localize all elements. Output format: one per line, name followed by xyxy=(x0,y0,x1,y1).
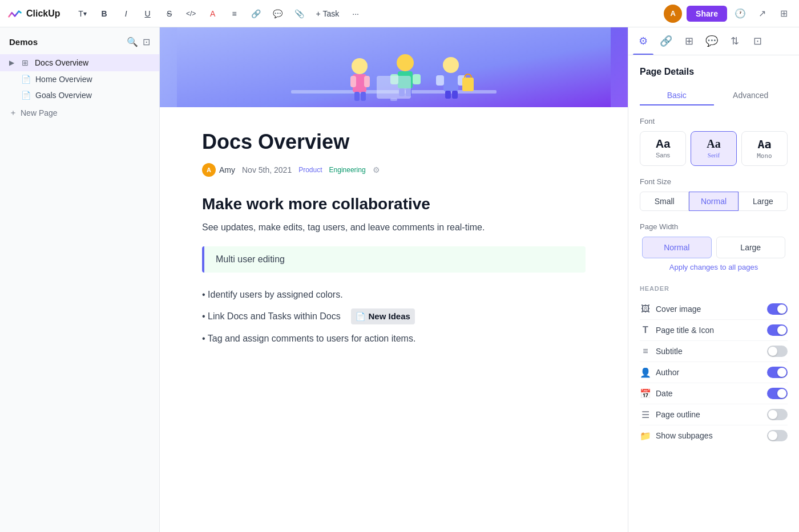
svg-rect-7 xyxy=(361,92,366,101)
font-label: Font xyxy=(640,117,788,125)
export-button[interactable]: ↗ xyxy=(753,5,770,22)
sidebar-item-goals-overview[interactable]: 📄 Goals Overview xyxy=(0,87,159,103)
plus-icon: ＋ xyxy=(9,108,17,118)
font-serif[interactable]: Aa Serif xyxy=(691,131,737,166)
toolbar: ClickUp T ▾ B I U S </> A ≡ 🔗 💬 📎 + Task… xyxy=(0,0,799,27)
font-sans-label: Sans xyxy=(645,152,681,159)
sidebar: Demos 🔍 ⊡ ▶ ⊞ Docs Overview 📄 Home Overv… xyxy=(0,27,160,532)
author-icon: 👤 xyxy=(640,367,651,378)
cover-image-toggle[interactable] xyxy=(767,303,788,315)
header-section-label: HEADER xyxy=(640,285,788,292)
svg-rect-18 xyxy=(445,91,451,99)
font-mono-aa: Aa xyxy=(746,137,782,151)
panel-content: Page Details Basic Advanced Font Aa Sans… xyxy=(628,55,799,457)
chevron-icon: ▶ xyxy=(9,59,14,67)
settings-tab-icon[interactable]: ⚙ xyxy=(633,27,653,55)
author-info: A Amy xyxy=(202,163,235,177)
width-large[interactable]: Large xyxy=(716,237,786,258)
sidebar-item-home-overview[interactable]: 📄 Home Overview xyxy=(0,71,159,87)
date-toggle[interactable] xyxy=(767,388,788,399)
cover-image-label: Cover image xyxy=(656,304,701,314)
grid-tab-icon[interactable]: ⊞ xyxy=(679,27,699,55)
search-button[interactable]: 🔍 xyxy=(127,36,138,47)
size-large[interactable]: Large xyxy=(739,192,788,211)
sidebar-header: Demos 🔍 ⊡ xyxy=(0,34,159,54)
svg-rect-22 xyxy=(390,98,397,101)
text-format-button[interactable]: T ▾ xyxy=(74,5,91,22)
user-avatar[interactable]: A xyxy=(664,5,682,23)
code-button[interactable]: </> xyxy=(183,5,200,22)
tag-engineering[interactable]: Engineering xyxy=(329,166,366,174)
underline-button[interactable]: U xyxy=(139,5,156,22)
font-mono[interactable]: Aa Mono xyxy=(741,131,788,166)
author-toggle[interactable] xyxy=(767,367,788,378)
bullet-list: Identify users by assigned colors. Link … xyxy=(202,284,586,350)
sort-tab-icon[interactable]: ⇅ xyxy=(724,27,745,55)
add-page-button[interactable]: ＋ New Page xyxy=(0,104,159,121)
sidebar-item-docs-overview[interactable]: ▶ ⊞ Docs Overview xyxy=(0,54,159,71)
doc-icon: 📄 xyxy=(356,310,365,323)
tab-basic[interactable]: Basic xyxy=(640,86,714,105)
app-logo[interactable]: ClickUp xyxy=(7,6,60,22)
panel-icon-tabs: ⚙ 🔗 ⊞ 💬 ⇅ ⊡ xyxy=(628,27,799,55)
size-small[interactable]: Small xyxy=(640,192,689,211)
docs-overview-icon: ⊞ xyxy=(20,58,30,67)
callout-text: Multi user editing xyxy=(216,254,285,264)
history-button[interactable]: 🕐 xyxy=(732,5,749,22)
workspace-name: Demos xyxy=(9,37,38,47)
tab-advanced[interactable]: Advanced xyxy=(714,86,788,105)
settings-icon: ⚙ xyxy=(373,165,380,174)
size-normal[interactable]: Normal xyxy=(689,192,738,211)
toggle-date: 📅 Date xyxy=(640,383,788,404)
main-layout: Demos 🔍 ⊡ ▶ ⊞ Docs Overview 📄 Home Overv… xyxy=(0,27,799,532)
date-icon: 📅 xyxy=(640,388,651,399)
page-title-icon: T xyxy=(640,325,651,335)
strikethrough-button[interactable]: S xyxy=(161,5,178,22)
page-width-label: Page Width xyxy=(640,222,788,231)
toolbar-right: A Share 🕐 ↗ ⊞ xyxy=(664,5,792,23)
sidebar-item-label: Docs Overview xyxy=(35,58,88,67)
more-button[interactable]: ··· xyxy=(347,5,364,22)
subpages-label: Show subpages xyxy=(656,431,713,440)
doc-paragraph: See updates, make edits, tag users, and … xyxy=(202,220,586,235)
author-avatar: A xyxy=(202,163,216,177)
italic-button[interactable]: I xyxy=(118,5,135,22)
right-panel: ⚙ 🔗 ⊞ 💬 ⇅ ⊡ Page Details Basic Advanced … xyxy=(628,27,799,532)
bold-button[interactable]: B xyxy=(96,5,113,22)
layout-button[interactable]: ⊞ xyxy=(775,5,792,22)
view-tab-icon[interactable]: ⊡ xyxy=(747,27,768,55)
tag-product[interactable]: Product xyxy=(298,166,322,174)
font-sans[interactable]: Aa Sans xyxy=(640,131,686,166)
inline-badge: 📄 New Ideas xyxy=(351,308,415,324)
font-serif-aa: Aa xyxy=(696,137,732,151)
svg-point-8 xyxy=(397,54,414,71)
page-title-toggle[interactable] xyxy=(767,324,788,336)
subpages-toggle[interactable] xyxy=(767,430,788,441)
align-button[interactable]: ≡ xyxy=(226,5,243,22)
subpages-icon: 📁 xyxy=(640,431,651,441)
link-tab-icon[interactable]: 🔗 xyxy=(656,27,676,55)
font-serif-label: Serif xyxy=(696,152,732,159)
link-button[interactable]: 🔗 xyxy=(248,5,265,22)
author-label: Author xyxy=(656,368,679,377)
page-outline-toggle[interactable] xyxy=(767,409,788,420)
panel-title: Page Details xyxy=(640,67,788,77)
banner-illustration xyxy=(160,27,628,107)
attach-button[interactable]: 📎 xyxy=(291,5,308,22)
toggle-subtitle: ≡ Subtitle xyxy=(640,341,788,362)
share-button[interactable]: Share xyxy=(687,6,727,22)
add-task-button[interactable]: + Task xyxy=(313,5,343,22)
svg-rect-11 xyxy=(413,74,421,84)
comment-tab-icon[interactable]: 💬 xyxy=(701,27,722,55)
color-button[interactable]: A xyxy=(204,5,221,22)
bullet-item-3: Tag and assign comments to users for act… xyxy=(202,328,586,350)
collapse-button[interactable]: ⊡ xyxy=(143,36,150,47)
font-sans-aa: Aa xyxy=(645,137,681,151)
subtitle-toggle[interactable] xyxy=(767,346,788,357)
svg-point-14 xyxy=(443,57,459,73)
author-name: Amy xyxy=(219,165,235,174)
sidebar-sub-item-label: Goals Overview xyxy=(35,91,92,100)
comment-button[interactable]: 💬 xyxy=(269,5,286,22)
apply-changes-link[interactable]: Apply changes to all pages xyxy=(640,263,788,271)
width-normal[interactable]: Normal xyxy=(642,237,712,258)
